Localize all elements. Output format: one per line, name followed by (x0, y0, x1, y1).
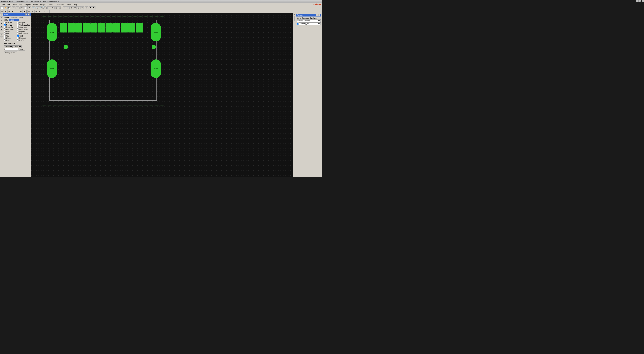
menu-tools[interactable]: Tools (66, 3, 72, 6)
layer-checkbox[interactable] (296, 23, 298, 25)
toolbar2-btn-6[interactable]: ▣ (19, 10, 22, 13)
find-check-vias[interactable] (4, 35, 6, 37)
toolbar2-btn-3[interactable]: ▦ (8, 10, 11, 13)
left-tool-2[interactable]: ◈ (0, 16, 3, 19)
find-check-figures[interactable] (17, 31, 19, 33)
menu-layout[interactable]: Layout (47, 3, 54, 6)
left-tool-6[interactable]: ◆ (0, 28, 3, 31)
subclass-select[interactable]: Assembly_Top (299, 22, 321, 25)
menu-help[interactable]: Help (72, 3, 78, 6)
find-label-drcerrors: DRC errors (19, 33, 28, 35)
toolbar-btn-k[interactable]: ▷ (85, 7, 88, 10)
menu-display[interactable]: Display (24, 3, 32, 6)
toolbar2-btn-11[interactable]: ✕ (38, 10, 41, 13)
toolbar-delete[interactable]: ✕ (28, 7, 31, 10)
find-check-drcerrors[interactable] (17, 33, 19, 35)
toolbar-undo[interactable]: ↩ (12, 7, 16, 10)
find-panel-pin[interactable]: × (28, 14, 30, 16)
find-check-voids[interactable] (17, 24, 19, 26)
toolbar-zoom-fit[interactable]: 🔍□ (39, 7, 42, 10)
toolbar2-btn-9[interactable]: ↪ (31, 10, 34, 13)
toolbar-btn-b[interactable]: ⊕ (51, 7, 54, 10)
toolbar-new[interactable]: 📄 (0, 7, 4, 10)
canvas-area[interactable]: GND1 GND2 GND3 GND4 A1B12 A4B9 B8 A5 B9 … (31, 13, 293, 177)
find-more-button[interactable]: More... (19, 48, 25, 51)
pad-b4a9: B4A9 (128, 23, 135, 33)
find-check-ratsnest[interactable] (17, 37, 19, 39)
toolbar-copy[interactable]: 📋 (24, 7, 27, 10)
toolbar2-btn-12[interactable]: ▷ (43, 10, 46, 13)
find-check-clinesegs[interactable] (17, 26, 19, 28)
options-collapse[interactable]: - (316, 14, 318, 16)
toolbar2-btn-1[interactable]: ⊕ (0, 10, 4, 13)
find-check-othersegs[interactable] (17, 29, 19, 30)
pad-circle-1 (64, 45, 68, 49)
toolbar-cut[interactable]: ✂ (20, 7, 24, 10)
find-check-groups[interactable] (4, 22, 6, 24)
find-check-shapes[interactable] (17, 22, 19, 24)
toolbar-btn-h[interactable]: ☑ (73, 7, 77, 10)
toolbar-btn-g[interactable]: ⊞ (70, 7, 73, 10)
toolbar-zoom-in[interactable]: 🔍+ (32, 7, 36, 10)
options-pin[interactable]: × (318, 14, 320, 16)
find-check-comps[interactable] (4, 24, 6, 26)
toolbar2-btn-8[interactable]: ↩ (28, 10, 31, 13)
find-panel-collapse[interactable]: - (26, 14, 28, 16)
find-check-clines[interactable] (4, 37, 6, 39)
toolbar2-btn-5[interactable]: ⬚ (16, 10, 19, 13)
menu-add[interactable]: Add (18, 3, 23, 6)
scroll-thumb[interactable] (294, 16, 295, 21)
find-by-query-button[interactable]: Find by Query... (4, 52, 17, 54)
toolbar-zoom-out[interactable]: 🔍- (36, 7, 39, 10)
toolbar-btn-d[interactable]: ⬚ (58, 7, 61, 10)
left-tool-1[interactable]: ⬚ (0, 14, 3, 16)
find-check-nets[interactable] (4, 31, 6, 33)
class-select[interactable]: Package Geometry (296, 19, 321, 22)
toolbar-btn-l[interactable]: ⏸ (88, 7, 92, 10)
find-search-input[interactable] (5, 48, 19, 51)
title-bar: (Package) Allegro: CON TYPEC_16PIN.dra P… (0, 0, 322, 3)
left-tool-4[interactable]: ▣ (0, 22, 3, 25)
toolbar2-btn-7[interactable]: ◆ (23, 10, 26, 13)
toolbar-btn-j[interactable]: ⊚ (80, 7, 84, 10)
toolbar-sep-6 (84, 7, 85, 9)
find-check-functions[interactable] (4, 29, 6, 30)
menu-dimension[interactable]: Dimension (55, 3, 66, 6)
menu-shape[interactable]: Shape (39, 3, 46, 6)
pcb-component: GND1 GND2 GND3 GND4 A1B12 A4B9 B8 A5 B9 … (44, 20, 162, 101)
menu-setup[interactable]: Setup (32, 3, 39, 6)
toolbar-zoom-reset[interactable]: 🔍↺ (43, 7, 46, 10)
toolbar-btn-a[interactable]: ◈ (48, 7, 51, 10)
toolbar-btn-i[interactable]: ▽ (77, 7, 80, 10)
left-tool-8[interactable]: ⊞ (0, 34, 3, 36)
scroll-up[interactable]: ▲ (293, 13, 295, 15)
left-tool-5[interactable]: ● (0, 25, 3, 28)
menu-edit[interactable]: Edit (6, 3, 11, 6)
toolbar-btn-m[interactable]: ⏹ (92, 7, 96, 10)
toolbar-btn-e[interactable]: ● (63, 7, 66, 10)
find-type-select[interactable]: Symbol Pin Net Via (4, 46, 12, 48)
left-tool-7[interactable]: ✏ (0, 31, 3, 33)
toolbar-redo[interactable]: ↪ (16, 7, 19, 10)
toolbar-btn-c[interactable]: ▣ (54, 7, 58, 10)
toolbar2-btn-13[interactable]: ⏸ (46, 10, 50, 13)
menu-file[interactable]: File (1, 3, 6, 6)
find-check-symbols[interactable] (4, 26, 6, 28)
toolbar2-btn-10[interactable]: ⊟ (34, 10, 38, 13)
find-check-pins[interactable] (4, 33, 6, 35)
left-tool-3[interactable]: ⊕ (0, 19, 3, 22)
find-check-lines[interactable] (4, 39, 6, 41)
menu-view[interactable]: View (12, 3, 18, 6)
toolbar-btn-f[interactable]: ◆ (66, 7, 70, 10)
left-tool-9[interactable]: ☑ (0, 36, 3, 39)
toolbar-save[interactable]: 💾 (8, 7, 11, 10)
toolbar-open[interactable]: 📂 (4, 7, 7, 10)
find-check-ratts[interactable] (17, 39, 19, 41)
vertical-scrollbar[interactable]: ▲ ▼ (293, 13, 295, 177)
toolbar2-btn-4[interactable]: ◈ (11, 10, 14, 13)
find-check-text[interactable] (17, 35, 19, 37)
find-name-select[interactable]: Name Refdes Value (13, 46, 22, 48)
left-tool-10[interactable]: ▽ (0, 39, 3, 42)
find-allon-input[interactable] (9, 19, 19, 21)
toolbar2-btn-2[interactable]: ⊞ (4, 10, 7, 13)
